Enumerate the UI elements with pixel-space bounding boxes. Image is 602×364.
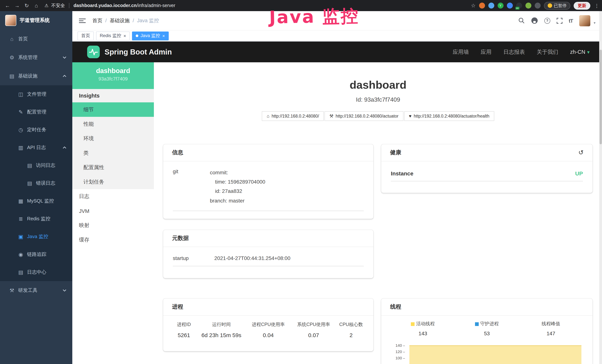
sba-item-details[interactable]: 细节 <box>72 102 154 117</box>
user-avatar[interactable] <box>579 15 590 26</box>
sidebar-item-redis-monitor[interactable]: ≣ Redis 监控 <box>0 210 72 228</box>
sba-item-logs[interactable]: 日志 <box>72 189 154 203</box>
health-card-title: 健康 <box>390 149 401 156</box>
actuator-url-chip[interactable]: ⚒ http://192.168.0.2:48080/actuator <box>325 111 403 121</box>
address-bar[interactable]: ⚠ 不安全 dashboard.yudao.iocoder.cn/infra/a… <box>44 2 470 9</box>
locale-selector[interactable]: zh-CN ▾ <box>570 49 590 55</box>
browser-scrollbar[interactable] <box>599 11 602 364</box>
extension-icon-fox[interactable] <box>479 3 485 9</box>
column-header: 进程ID <box>170 321 198 328</box>
extension-icon-y[interactable]: Y <box>497 3 503 9</box>
security-label[interactable]: 不安全 <box>51 2 65 9</box>
y-axis-tick: 140 <box>391 343 405 347</box>
sidebar-item-dev-tools[interactable]: ⚒ 研发工具 <box>0 281 72 300</box>
sba-nav-applications[interactable]: 应用 <box>481 48 492 55</box>
paused-badge[interactable]: 已暂停 <box>544 2 570 10</box>
github-icon[interactable] <box>531 17 538 24</box>
sba-item-classes[interactable]: 类 <box>72 146 154 160</box>
chrome-menu-icon[interactable]: ⋮ <box>594 3 599 8</box>
sba-nav-journal[interactable]: 日志报表 <box>503 48 525 55</box>
page-title: dashboard <box>154 79 602 91</box>
tab-home[interactable]: 首页 <box>77 31 94 40</box>
git-key: git <box>173 168 210 205</box>
app-logo[interactable]: 芋道管理系统 <box>0 11 72 30</box>
breadcrumb-home[interactable]: 首页 <box>92 17 102 24</box>
sidebar-item-mysql-monitor[interactable]: ▦ MySQL 监控 <box>0 192 72 210</box>
extension-icon-switch[interactable]: on <box>516 3 522 9</box>
search-icon[interactable] <box>518 17 525 24</box>
close-icon[interactable]: × <box>162 33 165 38</box>
forward-icon[interactable]: → <box>13 1 22 10</box>
sidebar-item-tracing[interactable]: ◉ 链路追踪 <box>0 246 72 263</box>
y-axis-tick: 120 <box>391 349 405 354</box>
back-icon[interactable]: ← <box>3 1 12 10</box>
extension-icon-leaf[interactable] <box>525 3 531 9</box>
breadcrumb-current: Java 监控 <box>137 17 159 24</box>
sba-item-caches[interactable]: 缓存 <box>72 233 154 247</box>
breadcrumb-infrastructure[interactable]: 基础设施 <box>110 17 130 24</box>
fullscreen-icon[interactable] <box>557 18 562 23</box>
cell-value: 6d 23h 15m 59s <box>198 332 245 338</box>
bookmark-star-icon[interactable]: ☆ <box>471 3 475 9</box>
paused-label: 已暂停 <box>554 3 567 8</box>
sidebar-item-api-logs[interactable]: ▥ API 日志 <box>0 139 72 157</box>
cell-value: 0.04 <box>245 332 292 338</box>
font-size-icon[interactable]: tT <box>569 18 573 23</box>
reload-icon[interactable]: ↻ <box>22 1 31 10</box>
cell-value: 5261 <box>170 332 198 338</box>
extension-icon-drop[interactable] <box>488 3 494 9</box>
sba-item-config-props[interactable]: 配置属性 <box>72 160 154 175</box>
sidebar-item-system-mgmt[interactable]: ⚙ 系统管理 <box>0 48 72 67</box>
sba-item-jvm[interactable]: JVM <box>72 203 154 218</box>
sidebar-item-infrastructure[interactable]: ▤ 基础设施 <box>0 67 72 85</box>
sba-main: dashboard Id: 93a3fc7f7409 ⌂ http://192.… <box>154 62 602 364</box>
chevron-down-icon <box>63 289 66 292</box>
breadcrumb: 首页 / 基础设施 / Java 监控 <box>92 17 159 24</box>
threads-card: 线程 活动线程 143 守护进程 53 <box>381 299 592 364</box>
health-url-chip[interactable]: ♥ http://192.168.0.2:48080/actuator/heal… <box>404 111 494 121</box>
chevron-up-icon <box>63 75 66 77</box>
help-icon[interactable]: ? <box>544 18 550 23</box>
sba-item-metrics[interactable]: 性能 <box>72 117 154 131</box>
tab-redis-monitor[interactable]: Redis 监控 × <box>96 31 130 40</box>
sidebar-item-file-mgmt[interactable]: ◫ 文件管理 <box>0 85 72 103</box>
screen: ← → ↻ ⌂ ⚠ 不安全 dashboard.yudao.iocoder.cn… <box>0 0 602 364</box>
close-icon[interactable]: × <box>123 33 126 38</box>
sidebar-item-error-logs[interactable]: ▤ 错误日志 <box>0 174 72 192</box>
sba-brand[interactable]: Spring Boot Admin <box>105 48 172 56</box>
sidebar-item-access-logs[interactable]: ▤ 访问日志 <box>0 157 72 174</box>
tab-java-monitor[interactable]: Java 监控 × <box>132 31 169 40</box>
sba-logo-icon[interactable] <box>87 46 100 58</box>
process-card-title: 进程 <box>172 303 183 310</box>
tag-tab-bar: 首页 Redis 监控 × Java 监控 × <box>72 30 602 42</box>
service-url-chip[interactable]: ⌂ http://192.168.0.2:48080/ <box>262 111 324 121</box>
sba-item-environment[interactable]: 环境 <box>72 131 154 146</box>
sba-item-scheduled-tasks[interactable]: 计划任务 <box>72 175 154 189</box>
legend-value: 143 <box>391 331 455 336</box>
app-sidebar: 芋道管理系统 ⌂ 首页 ⚙ 系统管理 ▤ 基础设施 <box>0 11 72 364</box>
eye-icon: ◉ <box>17 251 24 257</box>
smiley-icon <box>548 3 552 8</box>
process-card: 进程 进程ID 运行时间 进程CPU使用率 系统CPU使用率 CPU核心数 52… <box>163 299 373 351</box>
startup-value: 2021-04-27T00:44:31.254+08:00 <box>214 255 364 261</box>
instance-header[interactable]: dashboard 93a3fc7f7409 <box>72 62 154 89</box>
sidebar-item-log-center[interactable]: ▤ 日志中心 <box>0 263 72 281</box>
sidebar-item-scheduled-tasks[interactable]: ◷ 定时任务 <box>0 121 72 139</box>
column-header: 进程CPU使用率 <box>245 321 292 328</box>
extension-icon-dark[interactable] <box>535 3 540 9</box>
extension-icon-grid[interactable] <box>507 3 513 9</box>
scrollbar-thumb[interactable] <box>600 50 602 144</box>
history-icon[interactable]: ↺ <box>579 149 584 157</box>
y-axis-tick: 100 <box>391 356 405 360</box>
sidebar-item-home[interactable]: ⌂ 首页 <box>0 30 72 48</box>
url-text[interactable]: dashboard.yudao.iocoder.cn/infra/admin-s… <box>74 3 175 8</box>
update-button[interactable]: 更新 <box>574 2 590 10</box>
hamburger-icon[interactable] <box>79 18 86 23</box>
database-icon: ▦ <box>17 198 24 204</box>
home-icon[interactable]: ⌂ <box>32 1 41 10</box>
sidebar-item-config-mgmt[interactable]: ✎ 配置管理 <box>0 103 72 121</box>
sidebar-item-java-monitor[interactable]: ▣ Java 监控 <box>0 228 72 246</box>
sba-nav-about[interactable]: 关于我们 <box>537 48 558 55</box>
sba-nav-wallboard[interactable]: 应用墙 <box>453 48 469 55</box>
sba-item-mappings[interactable]: 映射 <box>72 218 154 233</box>
